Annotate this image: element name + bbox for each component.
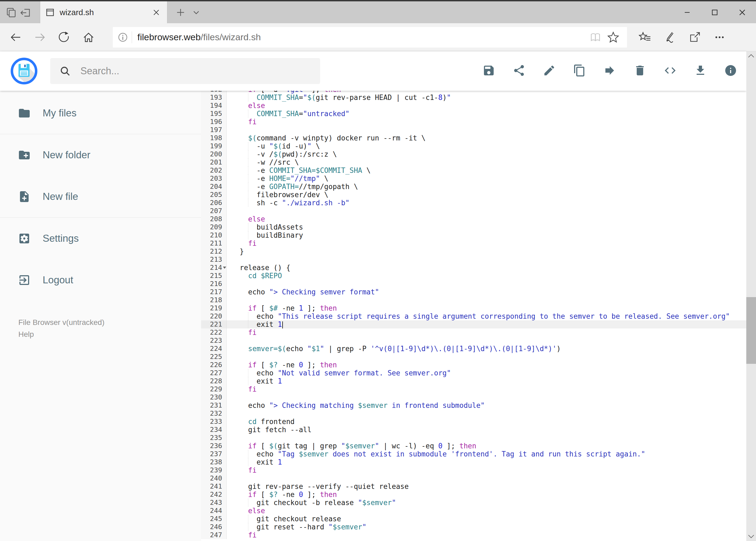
code-line[interactable]: else xyxy=(227,102,746,110)
back-button[interactable] xyxy=(5,27,26,48)
code-line[interactable]: -e GOPATH=//tmp/gopath \ xyxy=(227,183,746,191)
code-line[interactable]: echo "This release script requires a sin… xyxy=(227,312,746,320)
refresh-button[interactable] xyxy=(54,27,75,48)
code-line[interactable] xyxy=(227,434,746,442)
help-link[interactable]: Help xyxy=(18,328,201,340)
code-line[interactable]: else xyxy=(227,215,746,223)
code-button[interactable] xyxy=(664,65,677,78)
code-editor[interactable]: 192 if [ -d ".git" ]; then193 COMMIT_SHA… xyxy=(201,91,746,541)
favorites-hub-button[interactable] xyxy=(633,27,657,48)
fold-marker-icon[interactable] xyxy=(223,267,226,270)
code-line[interactable] xyxy=(227,409,746,417)
home-button[interactable] xyxy=(78,27,99,48)
code-line[interactable]: if [ $(git tag | grep "$semver" | wc -l)… xyxy=(227,442,746,450)
code-line[interactable]: git rev-parse --verify --quiet release xyxy=(227,482,746,490)
minimize-button[interactable] xyxy=(673,1,701,23)
filebrowser-logo[interactable] xyxy=(10,57,38,85)
code-line[interactable]: git checkout -b release "$semver" xyxy=(227,499,746,507)
code-line[interactable]: git reset --hard "$semver" xyxy=(227,523,746,531)
code-line[interactable]: fi xyxy=(227,385,746,393)
code-line[interactable]: fi xyxy=(227,466,746,474)
code-line[interactable]: release () { xyxy=(227,264,746,272)
sidebar-item-new-file[interactable]: New file xyxy=(0,176,201,218)
share-page-button[interactable] xyxy=(683,27,706,48)
code-line[interactable]: -e HOME="//tmp" \ xyxy=(227,175,746,183)
sidebar-item-logout[interactable]: Logout xyxy=(0,259,201,301)
add-favorite-button[interactable] xyxy=(604,28,622,46)
code-line[interactable]: echo "> Checking matching $semver in fro… xyxy=(227,401,746,409)
code-line[interactable]: if [ -d ".git" ]; then xyxy=(227,91,746,94)
code-line[interactable]: -u "$(id -u)" \ xyxy=(227,142,746,150)
code-line[interactable] xyxy=(227,256,746,264)
code-line[interactable]: exit 1 xyxy=(227,320,746,328)
code-line[interactable]: -v /$(pwd):/src:z \ xyxy=(227,150,746,158)
set-tabs-aside-button[interactable] xyxy=(18,5,33,20)
scroll-up-button[interactable] xyxy=(746,51,756,61)
code-line[interactable]: buildBinary xyxy=(227,231,746,239)
reading-view-button[interactable] xyxy=(587,28,604,46)
share-button[interactable] xyxy=(513,65,526,78)
delete-button[interactable] xyxy=(633,65,646,78)
code-line[interactable]: buildAssets xyxy=(227,223,746,231)
tab-close-button[interactable] xyxy=(150,6,162,18)
code-line[interactable] xyxy=(227,280,746,288)
code-line[interactable]: $(command -v winpty) docker run --rm -it… xyxy=(227,134,746,142)
site-info-icon[interactable] xyxy=(118,32,128,42)
move-button[interactable] xyxy=(603,65,616,78)
code-line[interactable]: echo "Tag $semver does not exist in subm… xyxy=(227,450,746,458)
code-line[interactable] xyxy=(227,296,746,304)
copy-button[interactable] xyxy=(573,65,586,78)
code-line[interactable]: if [ $? -ne 0 ]; then xyxy=(227,490,746,499)
download-button[interactable] xyxy=(694,65,707,78)
code-line[interactable] xyxy=(227,336,746,345)
page-scrollbar[interactable] xyxy=(746,51,756,541)
tab-preview-button[interactable] xyxy=(4,5,18,20)
code-line[interactable]: -w //src \ xyxy=(227,158,746,166)
code-line[interactable]: if [ $# -ne 1 ]; then xyxy=(227,304,746,312)
settings-menu-button[interactable] xyxy=(708,27,731,48)
code-line[interactable]: COMMIT_SHA="$(git rev-parse HEAD | cut -… xyxy=(227,94,746,102)
edit-button[interactable] xyxy=(543,65,556,78)
url-text[interactable]: filebrowser.web/files/wizard.sh xyxy=(137,32,261,42)
code-line[interactable]: sh -c "./wizard.sh -b" xyxy=(227,199,746,207)
close-window-button[interactable] xyxy=(728,1,756,23)
code-line[interactable]: semver=$(echo "$1" | grep -P '^v(0|[1-9]… xyxy=(227,345,746,353)
code-line[interactable]: } xyxy=(227,248,746,256)
code-line[interactable]: fi xyxy=(227,328,746,336)
search-input[interactable] xyxy=(50,58,320,84)
address-bar[interactable]: filebrowser.web/files/wizard.sh xyxy=(113,27,627,48)
forward-button[interactable] xyxy=(30,27,50,48)
sidebar-item-new-folder[interactable]: New folder xyxy=(0,134,201,176)
code-line[interactable] xyxy=(227,126,746,134)
new-tab-button[interactable] xyxy=(173,5,188,20)
code-line[interactable]: if [ $? -ne 0 ]; then xyxy=(227,361,746,369)
code-line[interactable]: cd $REPO xyxy=(227,272,746,280)
code-line[interactable] xyxy=(227,474,746,482)
code-line[interactable]: else xyxy=(227,507,746,515)
save-button[interactable] xyxy=(482,65,495,78)
code-line[interactable]: git fetch --all xyxy=(227,426,746,434)
code-line[interactable]: COMMIT_SHA="untracked" xyxy=(227,110,746,118)
browser-tab[interactable]: wizard.sh xyxy=(40,1,167,23)
code-line[interactable]: fi xyxy=(227,531,746,539)
code-line[interactable]: exit 1 xyxy=(227,458,746,466)
code-line[interactable]: cd frontend xyxy=(227,417,746,426)
code-line[interactable]: echo "Not valid semver format. See semve… xyxy=(227,369,746,377)
code-line[interactable]: fi xyxy=(227,239,746,248)
sidebar-item-my-files[interactable]: My files xyxy=(0,92,201,134)
code-line[interactable]: -e COMMIT_SHA=$COMMIT_SHA \ xyxy=(227,166,746,175)
code-line[interactable] xyxy=(227,393,746,401)
tab-list-button[interactable] xyxy=(188,5,204,20)
info-button[interactable] xyxy=(724,65,737,78)
code-line[interactable]: echo "> Checking semver format" xyxy=(227,288,746,296)
sidebar-item-settings[interactable]: Settings xyxy=(0,218,201,259)
scrollbar-thumb[interactable] xyxy=(746,297,756,364)
code-line[interactable] xyxy=(227,353,746,361)
code-line[interactable]: fi xyxy=(227,118,746,126)
code-line[interactable] xyxy=(227,207,746,215)
scroll-down-button[interactable] xyxy=(746,532,756,541)
web-notes-button[interactable] xyxy=(658,27,681,48)
code-line[interactable]: filebrowser/dev \ xyxy=(227,191,746,199)
code-line[interactable]: git checkout release xyxy=(227,515,746,523)
maximize-button[interactable] xyxy=(701,1,728,23)
